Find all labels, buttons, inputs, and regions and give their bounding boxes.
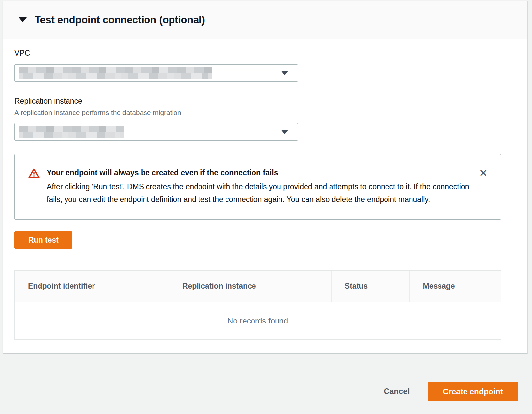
column-header-message: Message: [409, 271, 500, 302]
warning-alert: Your endpoint will always be created eve…: [14, 154, 501, 220]
vpc-field: VPC: [14, 49, 504, 82]
column-header-status: Status: [331, 271, 410, 302]
footer-actions: Cancel Create endpoint: [0, 363, 532, 414]
test-results-table: Endpoint identifier Replication instance…: [14, 270, 501, 340]
replication-instance-description: A replication instance performs the data…: [14, 109, 504, 116]
alert-body: After clicking 'Run test', DMS creates t…: [47, 180, 471, 206]
panel-body: VPC Replication instance A replication i…: [3, 39, 527, 353]
vpc-select[interactable]: [14, 64, 298, 82]
replication-instance-select[interactable]: [14, 123, 298, 141]
replication-instance-selected-value-redacted: [19, 126, 124, 138]
chevron-down-icon: [281, 71, 288, 75]
alert-title: Your endpoint will always be created eve…: [47, 168, 471, 178]
replication-instance-label: Replication instance: [14, 97, 504, 106]
replication-instance-field: Replication instance A replication insta…: [14, 97, 504, 141]
empty-state-text: No records found: [15, 302, 501, 339]
table-header-row: Endpoint identifier Replication instance…: [15, 271, 501, 302]
panel-title: Test endpoint connection (optional): [35, 14, 205, 26]
column-header-endpoint-identifier: Endpoint identifier: [15, 271, 169, 302]
cancel-button[interactable]: Cancel: [384, 387, 410, 396]
column-header-replication-instance: Replication instance: [169, 271, 331, 302]
vpc-label: VPC: [14, 49, 504, 58]
panel-header[interactable]: Test endpoint connection (optional): [3, 1, 527, 39]
test-endpoint-panel: Test endpoint connection (optional) VPC …: [3, 1, 528, 353]
close-icon[interactable]: ✕: [479, 168, 488, 178]
vpc-selected-value-redacted: [19, 67, 212, 79]
collapse-triangle-icon[interactable]: [19, 17, 27, 22]
alert-content: Your endpoint will always be created eve…: [47, 168, 471, 206]
warning-triangle-icon: [28, 168, 40, 206]
create-endpoint-button[interactable]: Create endpoint: [428, 382, 518, 401]
run-test-button[interactable]: Run test: [14, 231, 72, 249]
chevron-down-icon: [281, 130, 288, 134]
